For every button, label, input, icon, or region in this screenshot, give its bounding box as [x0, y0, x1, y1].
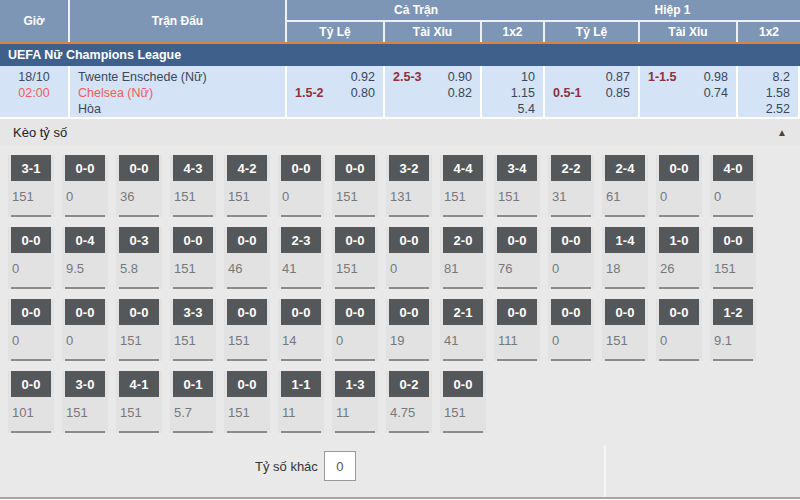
score-odds-cell[interactable]: 3-0151	[62, 371, 108, 433]
other-score-input[interactable]: 0	[324, 451, 356, 481]
score-odds-cell[interactable]: 0-0151	[224, 299, 270, 361]
score-odds-cell[interactable]: 0-014	[278, 299, 324, 361]
score-odds-cell[interactable]: 0-00	[8, 299, 54, 361]
score-odds-cell[interactable]: 0-00	[278, 155, 324, 217]
score-odds-cell[interactable]: 4-2151	[224, 155, 270, 217]
collapse-arrow-icon[interactable]: ▲	[777, 127, 787, 138]
score-odds-cell[interactable]: 0-036	[116, 155, 162, 217]
score-odds-cell[interactable]: 0-046	[224, 227, 270, 289]
score-label: 4-4	[443, 155, 483, 181]
score-odds-cell[interactable]: 2-231	[548, 155, 594, 217]
score-odds-cell[interactable]: 0-076	[494, 227, 540, 289]
ft-1x2-away-odds[interactable]: 1.15	[482, 85, 535, 101]
score-odds-cell[interactable]: 0-0151	[332, 155, 378, 217]
score-odds-cell[interactable]: 3-1151	[8, 155, 54, 217]
score-odds-value: 151	[714, 261, 756, 276]
home-team-name[interactable]: Twente Enschede (Nữ)	[78, 69, 285, 85]
ft-handicap-away-odds[interactable]: 0.80	[351, 85, 375, 101]
h1-handicap-away-odds[interactable]: 0.85	[606, 85, 630, 101]
h1-under-odds[interactable]: 0.74	[704, 85, 728, 101]
score-cell-underline	[65, 431, 105, 433]
score-odds-cell[interactable]: 0-00	[656, 155, 702, 217]
h1-handicap-home-odds[interactable]: 0.87	[606, 69, 630, 85]
score-cell-underline	[713, 359, 753, 361]
h1-over-under-odds-cell[interactable]: 1-1.50.98 0.74	[640, 66, 738, 117]
score-odds-cell[interactable]: 2-141	[440, 299, 486, 361]
score-odds-cell[interactable]: 0-0151	[710, 227, 756, 289]
other-score-label: Tỷ số khác	[255, 459, 318, 474]
score-cell-underline	[335, 215, 375, 217]
score-odds-value: 151	[66, 405, 108, 420]
score-odds-cell[interactable]: 0-00	[656, 299, 702, 361]
score-odds-cell[interactable]: 4-00	[710, 155, 756, 217]
score-odds-cell[interactable]: 0-0151	[170, 227, 216, 289]
h1-1x2-draw-odds[interactable]: 2.52	[738, 101, 790, 117]
score-odds-cell[interactable]: 3-4151	[494, 155, 540, 217]
score-odds-cell[interactable]: 2-081	[440, 227, 486, 289]
score-odds-cell[interactable]: 1-418	[602, 227, 648, 289]
score-odds-cell[interactable]: 0-019	[386, 299, 432, 361]
score-odds-cell[interactable]: 1-026	[656, 227, 702, 289]
score-odds-cell[interactable]: 0-0101	[8, 371, 54, 433]
away-team-name[interactable]: Chelsea (Nữ)	[78, 85, 285, 101]
ft-1x2-home-odds[interactable]: 10	[482, 69, 535, 85]
score-cell-underline	[281, 359, 321, 361]
ft-over-under-odds-cell[interactable]: 2.5-30.90 0.82	[385, 66, 482, 117]
score-odds-cell[interactable]: 4-3151	[170, 155, 216, 217]
score-odds-cell[interactable]: 2-461	[602, 155, 648, 217]
score-odds-cell[interactable]: 0-00	[548, 299, 594, 361]
score-odds-cell[interactable]: 0-15.7	[170, 371, 216, 433]
score-row: 0-000-000-01513-31510-01510-0140-000-019…	[8, 299, 800, 361]
h1-handicap-odds-cell[interactable]: 0.87 0.5-10.85	[545, 66, 640, 117]
score-odds-cell[interactable]: 0-0111	[494, 299, 540, 361]
draw-label[interactable]: Hòa	[78, 101, 285, 117]
score-odds-cell[interactable]: 1-29.1	[710, 299, 756, 361]
score-odds-cell[interactable]: 0-00	[386, 227, 432, 289]
score-odds-cell[interactable]: 0-0151	[116, 299, 162, 361]
score-odds-cell[interactable]: 3-2131	[386, 155, 432, 217]
score-odds-value: 151	[174, 333, 216, 348]
score-odds-cell[interactable]: 4-1151	[116, 371, 162, 433]
ft-1x2-draw-odds[interactable]: 5.4	[482, 101, 535, 117]
score-odds-cell[interactable]: 2-341	[278, 227, 324, 289]
h1-1x2-odds-cell[interactable]: 8.2 1.58 2.52	[738, 66, 800, 117]
score-odds-cell[interactable]: 0-00	[548, 227, 594, 289]
score-odds-cell[interactable]: 0-0151	[224, 371, 270, 433]
ft-1x2-odds-cell[interactable]: 10 1.15 5.4	[482, 66, 545, 117]
score-odds-cell[interactable]: 1-311	[332, 371, 378, 433]
ft-over-odds[interactable]: 0.90	[448, 69, 472, 85]
score-odds-cell[interactable]: 0-00	[332, 299, 378, 361]
score-cell-underline	[443, 215, 483, 217]
ft-under-odds[interactable]: 0.82	[448, 85, 472, 101]
correct-score-section-header[interactable]: Kèo tỷ số ▲	[0, 119, 800, 145]
score-label: 0-0	[227, 371, 267, 397]
score-odds-value: 0	[66, 189, 108, 204]
score-cell-underline	[11, 359, 51, 361]
score-odds-cell[interactable]: 4-4151	[440, 155, 486, 217]
ft-handicap-home-odds[interactable]: 0.92	[351, 69, 375, 85]
h1-1x2-away-odds[interactable]: 1.58	[738, 85, 790, 101]
score-label: 0-0	[335, 227, 375, 253]
score-odds-value: 0	[660, 333, 702, 348]
score-odds-cell[interactable]: 3-3151	[170, 299, 216, 361]
score-label: 0-4	[65, 227, 105, 253]
score-odds-cell[interactable]: 0-0151	[602, 299, 648, 361]
score-odds-cell[interactable]: 0-00	[62, 155, 108, 217]
score-cell-underline	[119, 359, 159, 361]
score-label: 4-3	[173, 155, 213, 181]
score-odds-cell[interactable]: 0-00	[8, 227, 54, 289]
score-odds-cell[interactable]: 0-0151	[440, 371, 486, 433]
column-header-h1-1x2: 1x2	[738, 22, 800, 42]
score-cell-underline	[389, 359, 429, 361]
score-odds-cell[interactable]: 0-00	[62, 299, 108, 361]
score-odds-cell[interactable]: 0-0151	[332, 227, 378, 289]
h1-over-odds[interactable]: 0.98	[704, 69, 728, 85]
score-odds-cell[interactable]: 0-49.5	[62, 227, 108, 289]
ft-handicap-odds-cell[interactable]: 0.92 1.5-20.80	[287, 66, 385, 117]
score-odds-cell[interactable]: 1-111	[278, 371, 324, 433]
score-odds-value: 151	[444, 189, 486, 204]
score-odds-cell[interactable]: 0-35.8	[116, 227, 162, 289]
h1-1x2-home-odds[interactable]: 8.2	[738, 69, 790, 85]
score-odds-cell[interactable]: 0-24.75	[386, 371, 432, 433]
score-odds-value: 151	[444, 405, 486, 420]
